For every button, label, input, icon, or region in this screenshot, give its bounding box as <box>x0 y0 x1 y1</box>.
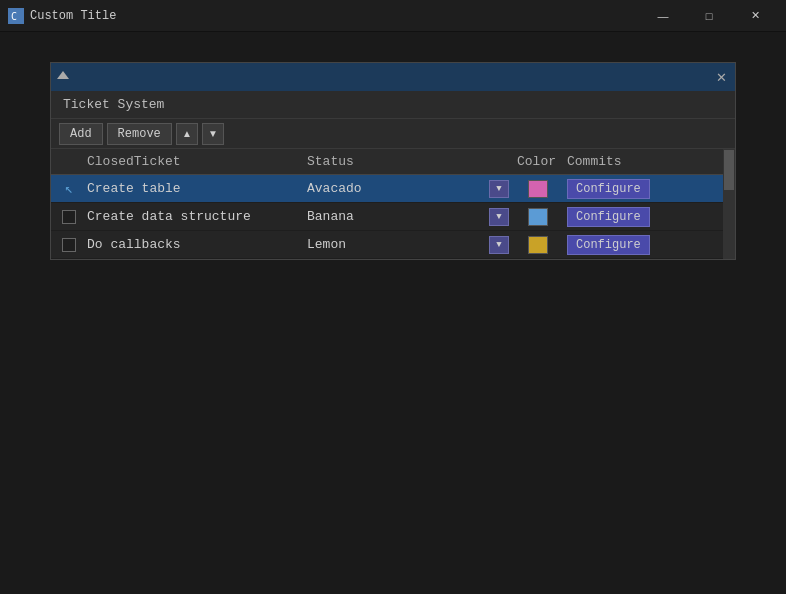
th-ticket: ClosedTicket <box>83 154 303 169</box>
row-checkbox-cell: ↖ <box>55 180 83 197</box>
row-checkbox[interactable] <box>62 238 76 252</box>
svg-text:C: C <box>11 11 17 22</box>
maximize-button[interactable]: □ <box>686 0 732 32</box>
status-dropdown-button[interactable]: ▼ <box>489 180 509 198</box>
pin-icon <box>57 71 69 83</box>
scrollbar-thumb[interactable] <box>724 150 734 190</box>
table-header: ClosedTicket Status Color Commits <box>51 149 735 175</box>
row-commits: Configure <box>563 235 731 255</box>
status-dropdown-button[interactable]: ▼ <box>489 236 509 254</box>
add-button[interactable]: Add <box>59 123 103 145</box>
th-commits: Commits <box>563 154 731 169</box>
row-color <box>513 236 563 254</box>
row-status-text: Lemon <box>307 237 485 252</box>
move-up-button[interactable]: ▲ <box>176 123 198 145</box>
row-commits: Configure <box>563 207 731 227</box>
th-color: Color <box>513 154 563 169</box>
row-status: Banana▼ <box>303 208 513 226</box>
row-ticket: Do callbacks <box>83 237 303 252</box>
table-body: ↖Create tableAvacado▼ConfigureCreate dat… <box>51 175 735 259</box>
move-down-button[interactable]: ▼ <box>202 123 224 145</box>
app-dialog: ✕ Ticket System Add Remove ▲ ▼ ClosedTic… <box>50 62 736 260</box>
svg-marker-2 <box>57 71 69 79</box>
minimize-button[interactable]: — <box>640 0 686 32</box>
table-container: ClosedTicket Status Color Commits ↖Creat… <box>51 149 735 259</box>
panel-header: Ticket System <box>51 91 735 119</box>
toolbar: Add Remove ▲ ▼ <box>51 119 735 149</box>
row-status-text: Banana <box>307 209 485 224</box>
window-controls: — □ ✕ <box>640 0 778 32</box>
table-row[interactable]: Do callbacksLemon▼Configure <box>51 231 735 259</box>
row-status-text: Avacado <box>307 181 485 196</box>
row-color <box>513 180 563 198</box>
row-ticket: Create data structure <box>83 209 303 224</box>
row-commits: Configure <box>563 179 731 199</box>
os-window: C Custom Title — □ ✕ ✕ <box>0 0 786 594</box>
scrollbar[interactable] <box>723 149 735 259</box>
row-status: Avacado▼ <box>303 180 513 198</box>
color-swatch[interactable] <box>528 208 548 226</box>
close-window-button[interactable]: ✕ <box>732 0 778 32</box>
remove-button[interactable]: Remove <box>107 123 172 145</box>
os-titlebar: C Custom Title — □ ✕ <box>0 0 786 32</box>
row-checkbox-cell <box>55 238 83 252</box>
os-title: Custom Title <box>30 9 640 23</box>
table-row[interactable]: Create data structureBanana▼Configure <box>51 203 735 231</box>
dialog-close-button[interactable]: ✕ <box>713 69 729 85</box>
color-swatch[interactable] <box>528 180 548 198</box>
desktop: ✕ Ticket System Add Remove ▲ ▼ ClosedTic… <box>0 32 786 594</box>
panel-title: Ticket System <box>63 97 164 112</box>
th-status: Status <box>303 154 513 169</box>
row-status: Lemon▼ <box>303 236 513 254</box>
row-checkbox-cell <box>55 210 83 224</box>
row-checkbox[interactable] <box>62 210 76 224</box>
configure-button[interactable]: Configure <box>567 179 650 199</box>
configure-button[interactable]: Configure <box>567 235 650 255</box>
configure-button[interactable]: Configure <box>567 207 650 227</box>
row-ticket: Create table <box>83 181 303 196</box>
cursor-indicator: ↖ <box>65 180 73 197</box>
table-row[interactable]: ↖Create tableAvacado▼Configure <box>51 175 735 203</box>
row-color <box>513 208 563 226</box>
app-icon: C <box>8 8 24 24</box>
dialog-titlebar-left <box>57 71 69 83</box>
dialog-titlebar: ✕ <box>51 63 735 91</box>
color-swatch[interactable] <box>528 236 548 254</box>
status-dropdown-button[interactable]: ▼ <box>489 208 509 226</box>
